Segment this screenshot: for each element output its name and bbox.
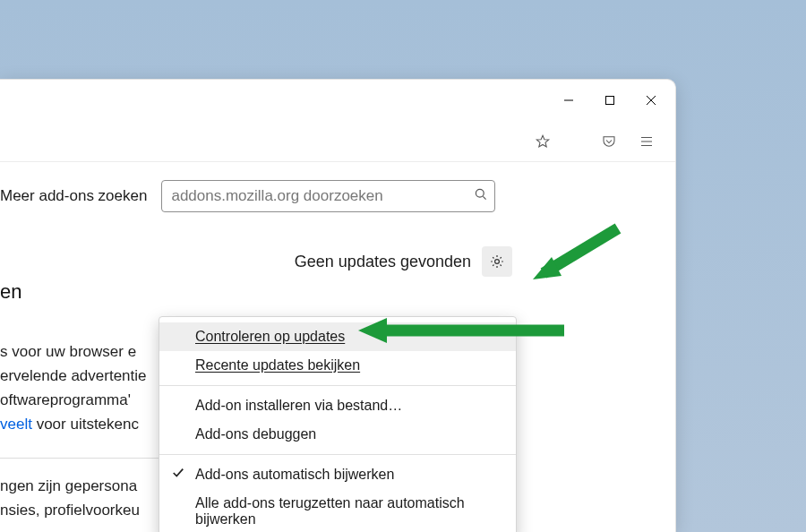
body-text-fragment-2: ngen zijn gepersona nsies, profielvoorke…	[0, 474, 140, 522]
search-row: Meer add-ons zoeken	[0, 180, 659, 212]
menu-item-auto-update[interactable]: Add-ons automatisch bijwerken	[159, 460, 516, 489]
bookmark-star-button[interactable]	[527, 126, 559, 157]
svg-rect-1	[606, 97, 614, 105]
search-box	[161, 180, 495, 212]
pocket-button[interactable]	[593, 126, 625, 157]
star-icon	[535, 133, 551, 150]
menu-item-debug-addons[interactable]: Add-ons debuggen	[159, 420, 516, 449]
browser-window: Meer add-ons zoeken en Geen updates gevo…	[0, 79, 676, 532]
search-label: Meer add-ons zoeken	[0, 187, 147, 205]
minimize-button[interactable]	[548, 82, 589, 118]
close-button[interactable]	[630, 82, 672, 118]
updates-status-text: Geen updates gevonden	[295, 253, 471, 271]
menu-item-check-updates[interactable]: Controleren op updates	[159, 322, 516, 351]
minimize-icon	[563, 95, 574, 106]
menu-separator	[159, 454, 516, 455]
svg-marker-4	[536, 135, 549, 147]
body-text-fragment-1: s voor uw browser e ervelende advertenti…	[0, 339, 179, 436]
menu-item-install-from-file[interactable]: Add-on installeren via bestand…	[159, 391, 516, 420]
heading-fragment: en	[0, 280, 21, 304]
section-divider	[0, 458, 170, 459]
app-menu-button[interactable]	[630, 126, 663, 157]
maximize-button[interactable]	[589, 82, 630, 118]
search-input[interactable]	[161, 180, 495, 212]
check-icon	[172, 467, 184, 483]
window-titlebar	[0, 80, 675, 121]
menu-item-reset-auto[interactable]: Alle add-ons terugzetten naar automatisc…	[159, 489, 516, 532]
svg-point-10	[495, 260, 500, 264]
menu-item-recent-updates[interactable]: Recente updates bekijken	[159, 351, 516, 380]
close-icon	[646, 95, 656, 106]
hamburger-icon	[639, 133, 655, 150]
pocket-icon	[601, 133, 617, 150]
gear-dropdown-menu: Controleren op updates Recente updates b…	[159, 316, 517, 532]
maximize-icon	[604, 95, 615, 106]
updates-row: Geen updates gevonden	[0, 246, 659, 277]
settings-gear-button[interactable]	[482, 246, 512, 277]
gear-icon	[489, 253, 505, 270]
browser-toolbar	[0, 121, 675, 162]
recommend-link-fragment[interactable]: veelt	[0, 416, 32, 433]
addons-content: Meer add-ons zoeken en Geen updates gevo…	[0, 162, 675, 277]
menu-separator	[159, 385, 516, 386]
